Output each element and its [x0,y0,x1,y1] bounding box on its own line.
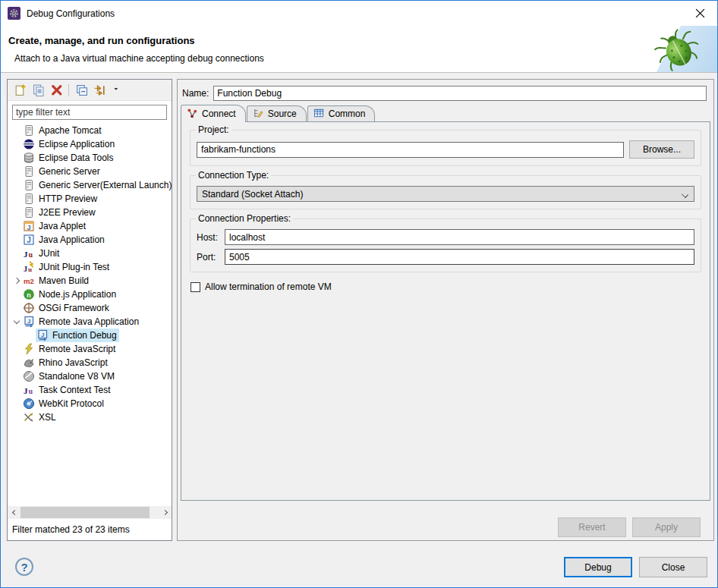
filter-launch-configurations-icon[interactable] [91,82,108,99]
tree-item[interactable]: Generic Server [8,165,172,178]
tree-item-label: HTTP Preview [39,193,97,204]
tab-common[interactable]: Common [307,105,376,121]
tree-item-label: Java Application [39,234,105,245]
tree-item-label: Maven Build [39,275,89,286]
tree-item[interactable]: Apache Tomcat [8,124,172,137]
filter-input[interactable] [12,105,167,120]
delete-launch-configuration-icon[interactable] [48,82,65,99]
server-icon [23,165,35,178]
scroll-right-icon[interactable] [159,506,172,519]
new-launch-configuration-icon[interactable] [11,82,28,99]
server-icon [23,193,35,205]
svg-text:u: u [28,266,32,273]
tree-item[interactable]: JFunction Debug [8,329,172,342]
tree-item-label: Remote Java Application [39,316,139,327]
configuration-detail-pane: Name: ConnectSourceCommon Project: Brows… [177,79,714,541]
tree-item[interactable]: J2EE Preview [8,206,172,219]
connect-icon [187,108,199,120]
help-icon[interactable]: ? [15,558,33,576]
server-icon [23,179,35,191]
titlebar: Debug Configurations [1,1,717,26]
tree-item-label: Node.js Application [39,289,116,300]
tree-item-label: Remote JavaScript [39,344,115,354]
configurations-sidebar: Apache TomcatEclipse ApplicationEclipse … [7,79,172,541]
tree-item[interactable]: JRemote Java Application [8,315,172,329]
tree-item[interactable]: Rhino JavaScript [8,356,172,369]
tree-item[interactable]: Generic Server(External Launch) [8,178,172,192]
revert-button[interactable]: Revert [558,517,626,537]
header-banner: Create, manage, and run configurations A… [1,26,717,73]
close-icon[interactable] [683,1,717,25]
filter-status-text: Filter matched 23 of 23 items [8,519,172,540]
window-title: Debug Configurations [27,8,115,19]
tree-item[interactable]: JuJUnit [8,247,172,260]
connection-properties-groupbox: Connection Properties: Host: Port: [190,219,701,272]
svg-text:u: u [29,250,33,259]
chevron-down-icon [682,191,688,198]
configurations-tree: Apache TomcatEclipse ApplicationEclipse … [8,122,172,506]
junit-icon: Ju [23,247,35,259]
remote-java-icon: J [23,316,35,328]
tree-item-label: Function Debug [52,330,117,341]
svg-text:J: J [27,318,30,325]
tab-source[interactable]: Source [247,105,307,121]
bug-icon [653,29,704,71]
tree-item[interactable]: WebKit Protocol [8,397,172,410]
connection-type-select[interactable]: Standard (Socket Attach) [197,186,694,202]
tree-item[interactable]: nNode.js Application [8,288,172,301]
svg-text:m2: m2 [24,277,34,285]
scrollbar-thumb[interactable] [20,507,150,518]
nodejs-icon: n [23,288,35,300]
toolbar-separator [68,84,69,96]
tree-item-label: Java Applet [39,221,86,231]
duplicate-launch-configuration-icon[interactable] [30,82,46,99]
tree-item[interactable]: HTTP Preview [8,192,172,206]
connection-type-label: Connection Type: [196,170,271,181]
expander-spacer [11,193,22,204]
scroll-left-icon[interactable] [8,506,20,519]
expander-expanded-icon[interactable] [11,316,22,327]
apply-button[interactable]: Apply [632,517,701,537]
expander-collapsed-icon[interactable] [11,275,22,286]
dropdown-arrow-icon[interactable] [109,82,126,99]
allow-termination-label: Allow termination of remote VM [205,281,332,292]
debug-bug-graphic [632,26,717,73]
project-input[interactable] [197,142,624,158]
tab-bar: ConnectSourceCommon [178,104,713,121]
tree-item[interactable]: XSL [8,410,172,424]
allow-termination-checkbox[interactable] [191,282,200,292]
tree-item[interactable]: OSGi Framework [8,301,172,315]
port-input[interactable] [225,249,694,265]
horizontal-scrollbar[interactable] [8,506,172,519]
task-context-icon: Ju [23,384,35,396]
expander-spacer [11,262,22,272]
expander-spacer [11,248,22,259]
webkit-icon [23,398,35,410]
common-icon [313,108,326,120]
xsl-icon [23,411,35,423]
tree-item-label: XSL [39,412,56,423]
tree-item[interactable]: Standalone V8 VM [8,369,172,383]
close-button[interactable]: Close [639,557,707,577]
name-input[interactable] [213,86,707,101]
tree-item[interactable]: m2Maven Build [8,274,172,288]
expander-spacer [11,166,22,177]
tree-item[interactable]: Eclipse Data Tools [8,151,172,165]
tree-item[interactable]: JJava Application [8,233,172,247]
tree-item[interactable]: Eclipse Application [8,137,172,151]
svg-text:J: J [27,224,30,231]
host-input[interactable] [225,229,694,245]
tree-item-label: Rhino JavaScript [39,357,108,368]
tree-item[interactable]: JuJUnit Plug-in Test [8,260,172,274]
tab-connect[interactable]: Connect [181,105,246,122]
tree-item[interactable]: Remote JavaScript [8,342,172,356]
port-label: Port: [197,252,219,263]
expander-spacer [11,180,22,190]
debug-button[interactable]: Debug [564,557,632,577]
tree-item[interactable]: JJava Applet [8,219,172,233]
collapse-all-icon[interactable] [73,82,90,99]
java-applet-icon: J [23,220,35,232]
tree-item[interactable]: JuTask Context Test [8,383,172,397]
connect-tab-content: Project: Browse... Connection Type: Stan… [181,121,710,501]
browse-button[interactable]: Browse... [629,140,694,159]
